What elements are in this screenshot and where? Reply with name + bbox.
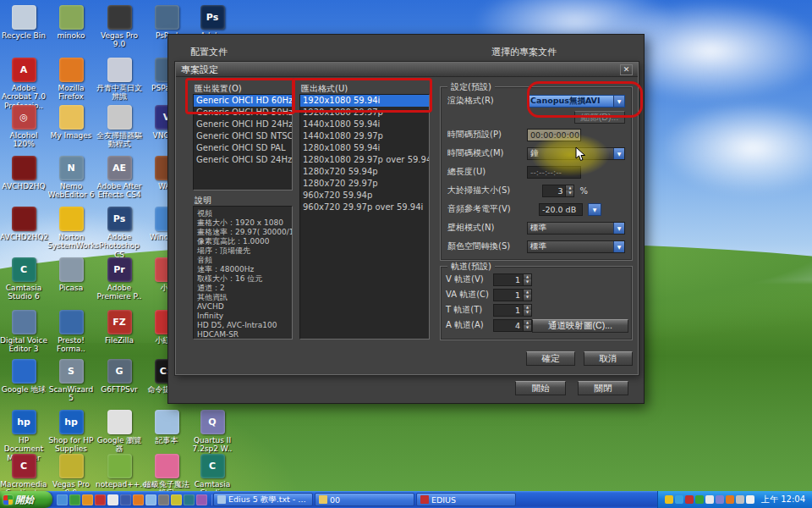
- quicklaunch-icon[interactable]: [69, 494, 80, 505]
- tray-icon[interactable]: [685, 495, 694, 504]
- render-format-select[interactable]: Canopus無損AVI ▼: [527, 95, 625, 108]
- format-list-item[interactable]: 1440x1080 59.94i: [300, 119, 429, 130]
- quicklaunch-icon[interactable]: [158, 494, 169, 505]
- desktop-icon[interactable]: Digital Voice Editor 3: [0, 310, 47, 354]
- tray-icon[interactable]: [695, 495, 704, 504]
- track-count-stepper[interactable]: 4 ▲▼: [493, 319, 532, 332]
- desktop-icon[interactable]: S ScanWizard 5: [47, 359, 95, 403]
- tray-icon[interactable]: [665, 495, 673, 504]
- format-list-item[interactable]: 1280x1080 29.97p over 59.94i: [300, 154, 429, 166]
- desktop-icon[interactable]: Mozilla Firefox: [47, 58, 95, 102]
- tray-icon[interactable]: [736, 495, 744, 504]
- desktop-icon[interactable]: Google 地球: [0, 359, 47, 394]
- device-list-item[interactable]: Generic OHCI HD 50Hz: [194, 107, 292, 119]
- track-count-stepper[interactable]: 1 ▲▼: [493, 273, 532, 286]
- start-button[interactable]: 開始: [0, 491, 52, 508]
- desktop-icon[interactable]: N Nemo WebEditor 6: [47, 156, 95, 200]
- tray-icon[interactable]: [675, 495, 683, 504]
- desktop-icon[interactable]: Presto! Forma..: [47, 310, 95, 354]
- device-list-item[interactable]: Generic OHCI SD PAL: [194, 142, 292, 154]
- desktop-icon[interactable]: notepad++.exe: [96, 454, 143, 489]
- resample-mode-select[interactable]: 標準 ▼: [527, 222, 625, 235]
- close-wizard-button[interactable]: 關閉: [578, 381, 628, 395]
- desktop-icon[interactable]: G G6FTPSvr: [96, 359, 143, 394]
- spin-down-icon[interactable]: ▼: [524, 295, 531, 301]
- spin-down-icon[interactable]: ▼: [524, 310, 531, 316]
- desktop-icon[interactable]: 記事本: [143, 410, 190, 444]
- tray-icon[interactable]: [746, 495, 754, 504]
- dialog-titlebar[interactable]: 專案設定 ✕: [176, 63, 638, 77]
- device-list-item[interactable]: Generic OHCI HD 60Hz: [194, 95, 292, 107]
- track-count-stepper[interactable]: 1 ▲▼: [493, 304, 532, 317]
- track-count-stepper[interactable]: 1 ▲▼: [493, 289, 532, 301]
- desktop-icon[interactable]: C Camtasia Studio 6: [0, 257, 47, 301]
- format-list-item[interactable]: 960x720 29.97p over 59.94i: [300, 202, 429, 213]
- desktop-icon[interactable]: Recycle Bin: [0, 5, 47, 40]
- audio-ref-dropdown-icon[interactable]: ▼: [588, 203, 601, 216]
- quicklaunch-icon[interactable]: [95, 494, 106, 505]
- quicklaunch-icon[interactable]: [120, 494, 131, 505]
- spin-down-icon[interactable]: ▼: [524, 279, 531, 285]
- format-list-item[interactable]: 1280x1080 59.94i: [300, 142, 429, 154]
- desktop-icon[interactable]: AVCHD2HQ2: [0, 207, 47, 241]
- tray-icon[interactable]: [716, 495, 724, 504]
- spin-down-icon[interactable]: ▼: [524, 325, 531, 331]
- ok-button[interactable]: 確定: [526, 351, 575, 366]
- format-list-item[interactable]: 1280x720 29.97p: [300, 178, 429, 190]
- format-list-item[interactable]: 1440x1080 29.97p: [300, 130, 429, 142]
- format-list[interactable]: 1920x1080 59.94i 1920x1080 29.97p 1440x1…: [299, 94, 430, 340]
- tc-preset-field[interactable]: 00:00:00:00: [527, 129, 581, 141]
- taskbar-task-button[interactable]: Edius 5 教學.txt - 記..: [213, 493, 313, 506]
- quicklaunch-icon[interactable]: [171, 494, 182, 505]
- quicklaunch-icon[interactable]: [196, 494, 207, 505]
- quicklaunch-icon[interactable]: [82, 494, 93, 505]
- desktop-icon[interactable]: ◎ Alcohol 120%: [0, 105, 47, 149]
- desktop-icon[interactable]: hp Shop for HP Supplies: [47, 410, 95, 454]
- desktop-icon[interactable]: 丹青中英日文辨識: [96, 58, 143, 102]
- desktop-icon-image: [107, 410, 132, 434]
- description-line: 取樣大小：16 位元: [197, 274, 288, 284]
- desktop-icon[interactable]: AE Adobe After Effects CS4: [96, 156, 143, 200]
- format-list-item[interactable]: 960x720 59.94p: [300, 190, 429, 202]
- colorspace-select[interactable]: 標準 ▼: [527, 240, 625, 253]
- desktop-icon[interactable]: AVCHD2HQ: [0, 156, 47, 190]
- tray-icon[interactable]: [726, 495, 734, 504]
- quicklaunch-icon[interactable]: [57, 494, 68, 505]
- desktop-icon[interactable]: Vegas Pro 9.0: [96, 5, 143, 49]
- taskbar-task-button[interactable]: 00: [315, 493, 414, 506]
- spin-down-icon[interactable]: ▼: [566, 190, 573, 196]
- overscan-stepper[interactable]: 3 ▲▼: [542, 185, 574, 197]
- desktop-icon[interactable]: minoko: [47, 5, 95, 40]
- quicklaunch-icon[interactable]: [107, 494, 118, 505]
- quicklaunch-icon[interactable]: [133, 494, 144, 505]
- start-project-button[interactable]: 開始: [515, 381, 566, 395]
- channel-map-button[interactable]: 通道映射圖(C)...: [532, 319, 628, 333]
- device-list[interactable]: Generic OHCI HD 60Hz Generic OHCI HD 50H…: [193, 94, 293, 190]
- desktop-icon[interactable]: 全友掃描器驅動程式: [96, 105, 143, 149]
- desktop-icon[interactable]: Picasa: [47, 257, 95, 292]
- clock[interactable]: 上午 12:04: [761, 494, 805, 505]
- taskbar-task-button[interactable]: EDIUS: [416, 493, 516, 506]
- tc-mode-select[interactable]: 鐘 ▼: [527, 147, 625, 160]
- format-list-item[interactable]: 1920x1080 59.94i: [300, 95, 429, 107]
- device-list-item[interactable]: Generic OHCI SD 24Hz: [194, 154, 292, 166]
- quicklaunch-icon[interactable]: [145, 494, 156, 505]
- desktop-icon[interactable]: Google 瀏覽器: [96, 410, 143, 454]
- format-list-item[interactable]: 1280x720 59.94p: [300, 166, 429, 178]
- close-icon[interactable]: ✕: [620, 64, 633, 75]
- audio-ref-field[interactable]: -20.0 dB: [539, 203, 583, 216]
- device-list-item[interactable]: Generic OHCI SD NTSC: [194, 130, 292, 142]
- desktop-icon[interactable]: Ps Adobe Photoshop CS: [96, 207, 143, 259]
- quicklaunch-icon[interactable]: [184, 494, 195, 505]
- desktop-icon[interactable]: A Adobe Acrobat 7.0 Professio..: [0, 58, 47, 110]
- desktop-icon[interactable]: Q Quartus II 7.2sp2 W..: [189, 410, 236, 454]
- desktop-icon[interactable]: Norton SystemWorks: [47, 207, 95, 251]
- detail-button[interactable]: 細節(D)...: [574, 111, 625, 124]
- desktop-icon[interactable]: My Images: [47, 105, 95, 140]
- desktop-icon[interactable]: FZ FileZilla: [96, 310, 143, 345]
- desktop-icon[interactable]: Pr Adobe Premiere P..: [96, 257, 143, 301]
- format-list-item[interactable]: 1920x1080 29.97p: [300, 107, 429, 119]
- cancel-button[interactable]: 取消: [584, 351, 633, 366]
- device-list-item[interactable]: Generic OHCI HD 24Hz: [194, 119, 292, 130]
- tray-icon[interactable]: [705, 495, 714, 504]
